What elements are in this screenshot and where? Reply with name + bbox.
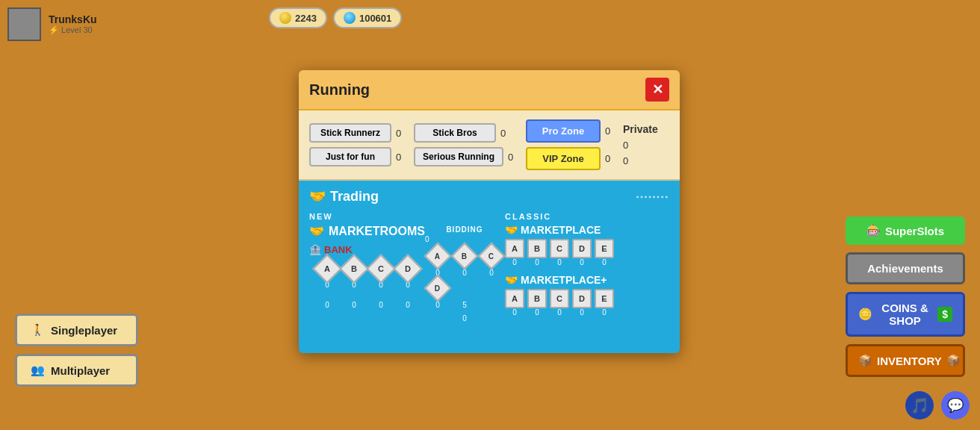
pro-zone-button[interactable]: Pro Zone xyxy=(526,119,601,143)
trading-panel: 🤝 Trading ▪▪▪▪▪▪▪▪ NEW 🤝 MARKETROOMS 🏦 B… xyxy=(299,181,680,353)
blue-value: 100601 xyxy=(359,13,391,24)
stick-runnerz-button[interactable]: Stick Runnerz xyxy=(309,123,391,143)
just-for-fun-button[interactable]: Just for fun xyxy=(309,147,391,166)
top-bar: TrunksKu ⚡ Level 30 xyxy=(7,7,97,41)
bank-count-d: 0 xyxy=(397,301,418,309)
bank-icon: 🏦 xyxy=(309,244,321,255)
slot-c2-btn[interactable]: C xyxy=(550,289,569,308)
blue-currency: 100601 xyxy=(333,7,402,28)
trading-title: 🤝 Trading xyxy=(309,188,379,205)
market-slot-c1: C 0 xyxy=(550,239,569,267)
multiplayer-button[interactable]: 👥 Multiplayer xyxy=(15,354,138,387)
just-for-fun-count: 0 xyxy=(396,152,406,163)
bidding-label: BIDDING xyxy=(425,225,504,234)
classic-label: CLASSIC xyxy=(505,212,669,221)
inventory-icon-left: 📦 xyxy=(858,354,872,367)
slot-d1-btn[interactable]: D xyxy=(572,239,592,258)
running-col-3: Pro Zone 0 VIP Zone 0 xyxy=(526,119,615,170)
bid-slot-a[interactable]: A 0 xyxy=(425,246,450,277)
market-plus-slot-d: D 0 xyxy=(572,289,592,317)
running-panel: Stick Runnerz 0 Just for fun 0 Stick Bro… xyxy=(299,110,680,181)
discord-button[interactable]: 💬 xyxy=(941,391,970,420)
modal-close-button[interactable]: ✕ xyxy=(645,78,669,102)
running-item-serious-running: Serious Running 0 xyxy=(414,147,518,166)
bank-count-c: 0 xyxy=(370,301,391,309)
slot-a2-btn[interactable]: A xyxy=(505,289,524,308)
bidding-zone: BIDDING 0 A 0 B xyxy=(425,225,504,324)
username: TrunksKu xyxy=(49,13,97,25)
market-plus-slot-b: B 0 xyxy=(527,289,547,317)
bank-slot-c[interactable]: C 0 xyxy=(370,258,391,289)
bid-slot-c[interactable]: C 0 xyxy=(479,246,504,277)
private-label: Private xyxy=(623,123,658,135)
slot-b2-btn[interactable]: B xyxy=(527,289,547,308)
singleplayer-button[interactable]: 🚶 Singleplayer xyxy=(15,314,138,346)
coin-icon: 🪙 xyxy=(858,308,872,321)
private-count-1: 0 xyxy=(623,140,658,151)
user-level: ⚡ Level 30 xyxy=(49,25,97,35)
slot-e2-btn[interactable]: E xyxy=(595,289,614,308)
music-icon: 🎵 xyxy=(911,396,929,414)
inventory-icon-right: 📦 xyxy=(946,354,961,367)
bid-count-5: 5 xyxy=(452,278,477,309)
avatar xyxy=(7,7,41,41)
achievements-button[interactable]: Achievements xyxy=(846,252,965,284)
slot-c1-btn[interactable]: C xyxy=(550,239,569,258)
stick-bros-button[interactable]: Stick Bros xyxy=(414,123,496,143)
marketplace-plus-title: 🤝 MARKETPLACE+ xyxy=(505,274,669,286)
slot-a1-btn[interactable]: A xyxy=(505,239,524,258)
serious-running-count: 0 xyxy=(508,152,518,163)
slot-d2-btn[interactable]: D xyxy=(572,289,592,308)
market-slots-1: A 0 B 0 C 0 D 0 xyxy=(505,239,669,267)
marketplace-plus-section: 🤝 MARKETPLACE+ A 0 B 0 C xyxy=(505,274,669,317)
modal-container: Running ✕ Stick Runnerz 0 Just for fun 0 xyxy=(299,70,680,353)
trading-content: NEW 🤝 MARKETROOMS 🏦 BANK A xyxy=(309,212,669,343)
bank-slot-b[interactable]: B 0 xyxy=(344,258,365,289)
inventory-button[interactable]: 📦 INVENTORY 📦 xyxy=(846,344,965,377)
bank-slot-d[interactable]: D 0 xyxy=(397,258,418,289)
achievements-label: Achievements xyxy=(867,262,943,275)
slot-e1-btn[interactable]: E xyxy=(595,239,614,258)
market-slot-a1: A 0 xyxy=(505,239,524,267)
market-slots-2: A 0 B 0 C 0 D 0 xyxy=(505,289,669,317)
bank-slot-a[interactable]: A 0 xyxy=(317,258,338,289)
bank-count-b: 0 xyxy=(344,301,365,309)
market-slot-e1: E 0 xyxy=(595,239,614,267)
multiplayer-label: Multiplayer xyxy=(51,364,110,377)
running-item-stick-bros: Stick Bros 0 xyxy=(414,123,518,143)
inventory-label: INVENTORY xyxy=(877,355,942,367)
running-item-stick-runnerz: Stick Runnerz 0 xyxy=(309,123,406,143)
discord-icon: 💬 xyxy=(947,397,964,414)
bid-slot-d[interactable]: D 0 xyxy=(425,278,450,309)
bid-count-top: 0 xyxy=(425,235,429,243)
modal-header: Running ✕ xyxy=(299,70,680,110)
market-plus-slot-c: C 0 xyxy=(550,289,569,317)
superslots-button[interactable]: 🎰 SuperSlots xyxy=(846,216,965,245)
marketplace-title: 🤝 MARKETPLACE xyxy=(505,224,669,236)
right-sidebar: 🎰 SuperSlots Achievements 🪙 COINS & SHOP… xyxy=(846,216,965,377)
trading-dots: ▪▪▪▪▪▪▪▪ xyxy=(636,193,669,201)
stick-runnerz-count: 0 xyxy=(396,128,406,139)
running-item-vip-zone: VIP Zone 0 xyxy=(526,147,615,170)
currency-bar: 2243 100601 xyxy=(269,7,402,28)
coins-shop-label: COINS & SHOP xyxy=(877,302,933,327)
superslots-label: SuperSlots xyxy=(885,225,944,237)
vip-zone-button[interactable]: VIP Zone xyxy=(526,147,601,170)
marketplace-icon: 🤝 xyxy=(505,224,518,236)
modal-title: Running xyxy=(309,81,370,99)
gold-icon xyxy=(279,12,291,24)
marketrooms-icon: 🤝 xyxy=(309,224,324,238)
multiplayer-icon: 👥 xyxy=(31,364,45,377)
music-button[interactable]: 🎵 xyxy=(905,391,934,420)
bid-slot-b[interactable]: B 0 xyxy=(452,246,477,277)
market-slot-d1: D 0 xyxy=(572,239,592,267)
gold-currency: 2243 xyxy=(269,7,327,28)
new-label: NEW xyxy=(309,212,489,221)
serious-running-button[interactable]: Serious Running xyxy=(414,147,503,166)
slot-b1-btn[interactable]: B xyxy=(527,239,547,258)
coins-shop-button[interactable]: 🪙 COINS & SHOP $ xyxy=(846,292,965,337)
marketplace-section: 🤝 MARKETPLACE A 0 B 0 C xyxy=(505,224,669,267)
dollar-sign: $ xyxy=(937,307,952,322)
market-slot-b1: B 0 xyxy=(527,239,547,267)
bank-count-a: 0 xyxy=(317,301,338,309)
